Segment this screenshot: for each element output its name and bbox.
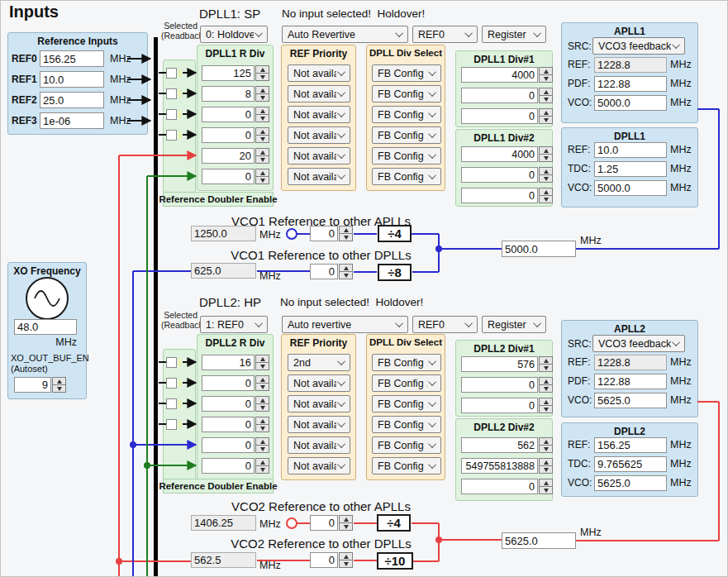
spinner-down-button[interactable] bbox=[255, 425, 269, 432]
spinner-up-button[interactable] bbox=[539, 167, 553, 175]
spinner-up-button[interactable] bbox=[255, 86, 269, 94]
spinner-up-button[interactable] bbox=[539, 67, 553, 75]
spinner-up-button[interactable] bbox=[255, 148, 269, 156]
param-value-input[interactable]: 1228.8 bbox=[594, 355, 667, 370]
spinner-value[interactable]: 0 bbox=[461, 167, 538, 183]
spinner-value[interactable]: 0 bbox=[461, 88, 538, 103]
dpll1-source-dropdown[interactable]: Register bbox=[482, 26, 546, 43]
param-value-input[interactable]: 5000.0 bbox=[594, 180, 667, 196]
spinner-up-button[interactable] bbox=[339, 226, 353, 234]
spinner-value[interactable]: 576 bbox=[461, 356, 538, 372]
div-select-dropdown[interactable]: FB Config 1 bbox=[372, 168, 441, 185]
ref-priority-dropdown[interactable]: Not availa bbox=[288, 64, 350, 82]
param-value-input[interactable]: 10.0 bbox=[594, 142, 667, 158]
spinner-down-button[interactable] bbox=[255, 94, 269, 102]
spinner-down-button[interactable] bbox=[539, 75, 553, 83]
spinner-up-button[interactable] bbox=[339, 552, 353, 560]
spinner-value[interactable]: 20 bbox=[202, 148, 255, 164]
ref-priority-dropdown[interactable]: Not availa bbox=[288, 168, 350, 185]
ref-enable-checkbox[interactable] bbox=[166, 419, 177, 430]
spinner-down-button[interactable] bbox=[255, 115, 269, 122]
ref-priority-dropdown[interactable]: Not availa bbox=[288, 436, 350, 454]
spinner-value[interactable]: 4000 bbox=[461, 67, 538, 83]
param-value-input[interactable]: 5000.0 bbox=[594, 95, 667, 111]
ref-priority-dropdown[interactable]: 2nd bbox=[288, 354, 350, 371]
div-select-dropdown[interactable]: FB Config 1 bbox=[372, 126, 441, 144]
spinner-value[interactable]: 4000 bbox=[461, 146, 538, 162]
spinner-down-button[interactable] bbox=[255, 363, 269, 370]
dpll1-reference-dropdown[interactable]: REF0 bbox=[412, 26, 478, 43]
spinner-value[interactable]: 0 bbox=[461, 108, 538, 124]
spinner-down-button[interactable] bbox=[339, 523, 353, 531]
spinner-value[interactable]: 0 bbox=[202, 107, 255, 122]
ref-priority-dropdown[interactable]: Not availa bbox=[288, 85, 350, 103]
spinner-value[interactable]: 562 bbox=[461, 437, 538, 453]
spinner-down-button[interactable] bbox=[255, 404, 269, 412]
div-select-dropdown[interactable]: FB Config 1 bbox=[372, 64, 441, 82]
param-value-input[interactable]: 156.25 bbox=[594, 437, 667, 453]
spinner-value[interactable]: 0 bbox=[202, 396, 255, 412]
spinner-value[interactable]: 0 bbox=[461, 398, 538, 413]
spinner-up-button[interactable] bbox=[255, 127, 269, 136]
ref-priority-dropdown[interactable]: Not availa bbox=[288, 457, 350, 474]
param-value-input[interactable]: 5625.0 bbox=[594, 475, 667, 491]
ref-frequency-input[interactable]: 156.25 bbox=[40, 50, 104, 67]
spinner-value[interactable]: 0 bbox=[202, 375, 255, 391]
dpll2-selected-dropdown[interactable]: 1: REF0 bbox=[200, 316, 268, 333]
dpll1-mode-dropdown[interactable]: Auto Revertive bbox=[282, 26, 408, 43]
spinner-up-button[interactable] bbox=[339, 515, 353, 523]
div-select-dropdown[interactable]: FB Config 1 bbox=[372, 436, 441, 454]
spinner-up-button[interactable] bbox=[255, 65, 269, 74]
spinner-value[interactable]: 0 bbox=[310, 264, 338, 279]
spinner-down-button[interactable] bbox=[539, 466, 553, 474]
spinner-up-button[interactable] bbox=[255, 355, 269, 363]
ref-priority-dropdown[interactable]: Not availa bbox=[288, 374, 350, 392]
spinner-up-button[interactable] bbox=[539, 88, 553, 96]
ref-enable-checkbox[interactable] bbox=[166, 88, 177, 99]
spinner-value[interactable]: 8 bbox=[202, 86, 255, 102]
spinner-up-button[interactable] bbox=[539, 146, 553, 155]
spinner-value[interactable]: 0 bbox=[310, 226, 338, 241]
ref-enable-checkbox[interactable] bbox=[166, 109, 177, 120]
spinner-value[interactable]: 9 bbox=[14, 377, 51, 393]
spinner-up-button[interactable] bbox=[539, 437, 553, 446]
apll1-src-dropdown[interactable]: VCO3 feedback bbox=[592, 37, 685, 55]
spinner-value[interactable]: 0 bbox=[202, 437, 255, 453]
spinner-down-button[interactable] bbox=[255, 446, 269, 453]
spinner-value[interactable]: 549755813888 bbox=[461, 458, 538, 474]
div-select-dropdown[interactable]: FB Config 1 bbox=[372, 457, 441, 474]
ref-priority-dropdown[interactable]: Not availa bbox=[288, 416, 350, 433]
spinner-value[interactable]: 0 bbox=[202, 458, 255, 474]
spinner-down-button[interactable] bbox=[539, 96, 553, 103]
div-select-dropdown[interactable]: FB Config 1 bbox=[372, 85, 441, 103]
div-select-dropdown[interactable]: FB Config 1 bbox=[372, 395, 441, 412]
spinner-down-button[interactable] bbox=[339, 272, 353, 279]
spinner-up-button[interactable] bbox=[255, 396, 269, 404]
spinner-up-button[interactable] bbox=[539, 398, 553, 406]
xo-frequency-input[interactable]: 48.0 bbox=[14, 319, 77, 335]
spinner-up-button[interactable] bbox=[255, 458, 269, 466]
dpll2-reference-dropdown[interactable]: REF0 bbox=[412, 316, 478, 333]
spinner-down-button[interactable] bbox=[539, 175, 553, 183]
spinner-value[interactable]: 0 bbox=[461, 188, 538, 203]
spinner-value[interactable]: 0 bbox=[310, 515, 338, 531]
ref-priority-dropdown[interactable]: Not availa bbox=[288, 395, 350, 412]
spinner-up-button[interactable] bbox=[255, 169, 269, 177]
spinner-up-button[interactable] bbox=[52, 377, 66, 385]
spinner-up-button[interactable] bbox=[255, 437, 269, 446]
dpll2-mode-dropdown[interactable]: Auto revertive bbox=[282, 316, 408, 333]
ref-frequency-input[interactable]: 25.0 bbox=[40, 92, 104, 108]
spinner-down-button[interactable] bbox=[539, 196, 553, 203]
spinner-down-button[interactable] bbox=[539, 385, 553, 393]
spinner-down-button[interactable] bbox=[255, 384, 269, 391]
spinner-down-button[interactable] bbox=[255, 156, 269, 164]
spinner-down-button[interactable] bbox=[539, 446, 553, 453]
spinner-value[interactable]: 0 bbox=[310, 552, 338, 568]
spinner-down-button[interactable] bbox=[339, 560, 353, 568]
spinner-value[interactable]: 0 bbox=[202, 417, 255, 432]
spinner-up-button[interactable] bbox=[255, 107, 269, 115]
param-value-input[interactable]: 1228.8 bbox=[594, 57, 667, 73]
spinner-down-button[interactable] bbox=[255, 177, 269, 184]
apll2-src-dropdown[interactable]: VCO3 feedback bbox=[592, 335, 685, 352]
div-select-dropdown[interactable]: FB Config 1 bbox=[372, 416, 441, 433]
